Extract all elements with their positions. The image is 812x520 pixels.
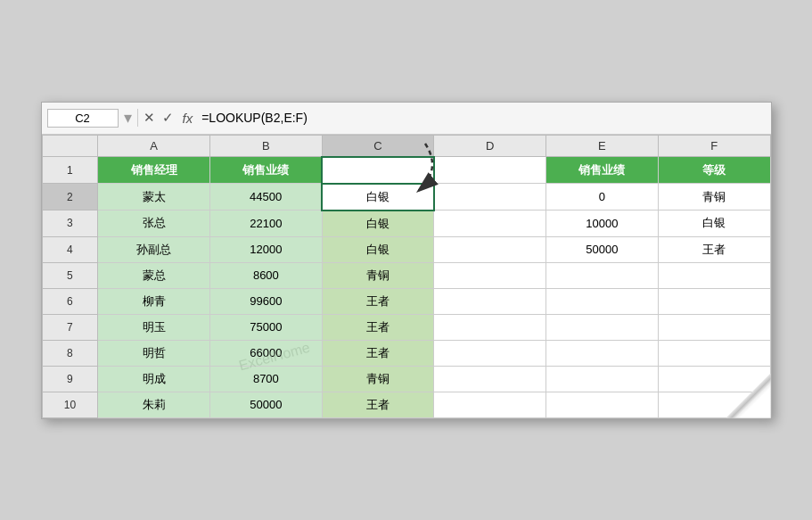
cell-D5[interactable] <box>434 262 546 288</box>
formula-input[interactable] <box>201 111 765 125</box>
cell-A3[interactable]: 张总 <box>98 210 210 237</box>
cell-A4[interactable]: 孙副总 <box>98 236 210 262</box>
cell-E10[interactable] <box>546 392 659 417</box>
col-header-B: B <box>210 135 323 157</box>
col-header-C: C <box>322 135 434 157</box>
cell-A2[interactable]: 蒙太 <box>98 184 210 210</box>
cell-C9[interactable]: 青铜 <box>322 366 434 392</box>
row-number-1: 1 <box>42 157 98 184</box>
cell-C7[interactable]: 王者 <box>322 314 434 340</box>
cell-B8[interactable]: 66000 <box>210 340 323 366</box>
row-number-8: 8 <box>42 340 98 366</box>
cell-C10[interactable]: 王者 <box>322 392 434 417</box>
col-header-D: D <box>434 135 546 157</box>
row-number-9: 9 <box>42 366 98 392</box>
confirm-icon[interactable]: ✓ <box>162 110 174 126</box>
formula-bar: C2 ▾ ✕ ✓ fx <box>42 103 771 135</box>
cell-reference-box[interactable]: C2 <box>47 109 119 128</box>
cancel-icon[interactable]: ✕ <box>144 110 155 126</box>
cell-B1[interactable]: 销售业绩 <box>210 157 323 184</box>
cell-D10[interactable] <box>434 392 546 417</box>
table-wrapper: A B C D E F 1销售经理销售业绩等级销售业绩等级2蒙太44500白银0… <box>42 135 771 418</box>
col-header-E: E <box>546 135 659 157</box>
row-number-4: 4 <box>42 236 98 262</box>
row-number-5: 5 <box>42 262 98 288</box>
row-number-10: 10 <box>42 392 98 417</box>
cell-F8[interactable] <box>658 340 770 366</box>
table-row: 4孙副总12000白银50000王者 <box>42 236 770 262</box>
cell-E2[interactable]: 0 <box>546 184 659 210</box>
cell-E8[interactable] <box>546 340 659 366</box>
row-number-2: 2 <box>42 184 98 210</box>
cell-C4[interactable]: 白银 <box>322 236 434 262</box>
cell-E5[interactable] <box>546 262 659 288</box>
cell-C8[interactable]: 王者 <box>322 340 434 366</box>
cell-C6[interactable]: 王者 <box>322 288 434 314</box>
table-row: 2蒙太44500白银0青铜 <box>42 184 770 210</box>
cell-F2[interactable]: 青铜 <box>658 184 770 210</box>
table-row: 7明玉75000王者 <box>42 314 770 340</box>
cell-B4[interactable]: 12000 <box>210 236 323 262</box>
cell-D7[interactable] <box>434 314 546 340</box>
row-number-6: 6 <box>42 288 98 314</box>
cell-F1[interactable]: 等级 <box>658 157 770 184</box>
cell-E7[interactable] <box>546 314 659 340</box>
col-header-A: A <box>98 135 210 157</box>
formula-bar-divider <box>137 109 138 127</box>
cell-C5[interactable]: 青铜 <box>322 262 434 288</box>
formula-icons: ✕ ✓ <box>144 110 174 126</box>
cell-A9[interactable]: 明成 <box>98 366 210 392</box>
formula-bar-separator: ▾ <box>124 108 132 128</box>
cell-B10[interactable]: 50000 <box>210 392 323 417</box>
cell-A10[interactable]: 朱莉 <box>98 392 210 417</box>
cell-A1[interactable]: 销售经理 <box>98 157 210 184</box>
cell-B2[interactable]: 44500 <box>210 184 323 210</box>
cell-D4[interactable] <box>434 236 546 262</box>
cell-E6[interactable] <box>546 288 659 314</box>
spreadsheet: C2 ▾ ✕ ✓ fx A B C <box>41 102 772 419</box>
fx-label: fx <box>179 111 197 126</box>
cell-B5[interactable]: 8600 <box>210 262 323 288</box>
row-number-7: 7 <box>42 314 98 340</box>
spreadsheet-table: A B C D E F 1销售经理销售业绩等级销售业绩等级2蒙太44500白银0… <box>42 135 771 418</box>
row-number-3: 3 <box>42 210 98 237</box>
cell-F5[interactable] <box>658 262 770 288</box>
cell-F4[interactable]: 王者 <box>658 236 770 262</box>
table-row: 3张总22100白银10000白银 <box>42 210 770 237</box>
cell-F3[interactable]: 白银 <box>658 210 770 237</box>
table-row: 1销售经理销售业绩等级销售业绩等级 <box>42 157 770 184</box>
cell-D6[interactable] <box>434 288 546 314</box>
cell-E9[interactable] <box>546 366 659 392</box>
corner-cell <box>42 135 98 157</box>
table-row: 5蒙总8600青铜 <box>42 262 770 288</box>
table-row: 6柳青99600王者 <box>42 288 770 314</box>
cell-A6[interactable]: 柳青 <box>98 288 210 314</box>
cell-B7[interactable]: 75000 <box>210 314 323 340</box>
table-row: 8明哲66000王者 <box>42 340 770 366</box>
cell-D8[interactable] <box>434 340 546 366</box>
cell-C3[interactable]: 白银 <box>322 210 434 237</box>
cell-E1[interactable]: 销售业绩 <box>546 157 659 184</box>
cell-C1[interactable]: 等级 <box>322 157 434 184</box>
cell-D1[interactable] <box>434 157 546 184</box>
column-header-row: A B C D E F <box>42 135 770 157</box>
cell-F7[interactable] <box>658 314 770 340</box>
cell-B9[interactable]: 8700 <box>210 366 323 392</box>
cell-F9[interactable] <box>658 366 770 392</box>
cell-C2[interactable]: 白银 <box>322 184 434 210</box>
col-header-F: F <box>658 135 770 157</box>
cell-B6[interactable]: 99600 <box>210 288 323 314</box>
cell-A8[interactable]: 明哲 <box>98 340 210 366</box>
cell-E4[interactable]: 50000 <box>546 236 659 262</box>
cell-D9[interactable] <box>434 366 546 392</box>
cell-E3[interactable]: 10000 <box>546 210 659 237</box>
cell-B3[interactable]: 22100 <box>210 210 323 237</box>
cell-F6[interactable] <box>658 288 770 314</box>
table-row: 10朱莉50000王者 <box>42 392 770 417</box>
cell-A5[interactable]: 蒙总 <box>98 262 210 288</box>
table-row: 9明成8700青铜 <box>42 366 770 392</box>
cell-A7[interactable]: 明玉 <box>98 314 210 340</box>
cell-D2[interactable] <box>434 184 546 210</box>
cell-D3[interactable] <box>434 210 546 237</box>
